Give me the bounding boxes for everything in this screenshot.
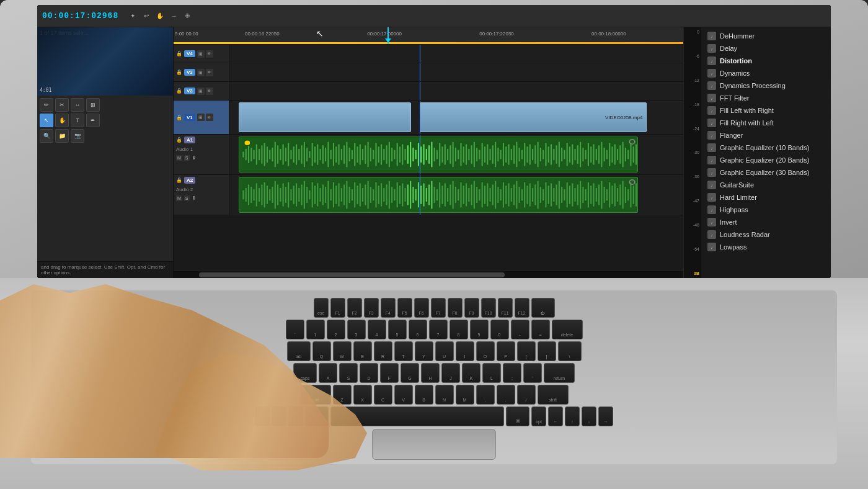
key-f5[interactable]: F5 [397,298,412,318]
key-b[interactable]: B [415,385,433,405]
effect-item-13[interactable]: ♪Hard Limiter [701,191,831,204]
key-7[interactable]: 7 [429,320,448,339]
track-a2-m[interactable]: M [176,195,182,201]
effect-item-15[interactable]: ♪Invert [701,216,831,228]
track-eye-v2[interactable]: 👁 [206,87,213,95]
track-content-v1[interactable]: VIDEO0258.mp4 [229,101,683,134]
key-f12[interactable]: F12 [515,298,529,318]
key-bracket-left[interactable]: [ [517,341,536,361]
effect-item-12[interactable]: ♪GuitarSuite [701,179,831,191]
key-backtick[interactable]: ` [286,320,304,339]
key-f11[interactable]: F11 [498,298,513,318]
key-j[interactable]: J [441,363,460,383]
key-f9[interactable]: F9 [464,298,479,318]
key-6[interactable]: 6 [409,320,427,339]
tool-folder[interactable]: 📁 [55,129,69,143]
effect-item-3[interactable]: ♪Dynamics [701,67,831,79]
key-k[interactable]: K [462,363,480,383]
key-return[interactable]: return [544,363,575,383]
effect-item-16[interactable]: ♪Loudness Radar [701,228,831,241]
track-eye-v4[interactable]: 👁 [206,50,213,58]
key-arrow-down[interactable]: ↓ [582,406,596,426]
effect-item-7[interactable]: ♪Fill Right with Left [701,117,831,129]
key-8[interactable]: 8 [450,320,468,339]
key-arrow-left[interactable]: ← [548,406,563,426]
key-tab[interactable]: tab [287,341,311,361]
effect-item-0[interactable]: ♪DeHummer [701,30,831,42]
key-l[interactable]: L [482,363,501,383]
tool-camera[interactable]: 📷 [71,129,84,143]
key-f8[interactable]: F8 [448,298,463,318]
effect-item-14[interactable]: ♪Highpass [701,204,831,216]
tool-move[interactable]: ↔ [71,98,84,112]
key-a[interactable]: A [319,363,337,383]
track-camera-v2[interactable]: ▣ [197,87,205,95]
tool-search[interactable]: 🔍 [40,129,53,143]
tool-add-icon[interactable]: ✙ [182,11,193,22]
effect-item-5[interactable]: ♪FFT Filter [701,92,831,104]
key-m[interactable]: M [456,385,474,405]
track-eye-v1[interactable]: 👁 [206,114,213,121]
key-0[interactable]: 0 [490,320,509,339]
effect-item-2[interactable]: ♪Distortion [701,55,831,67]
tool-pencil[interactable]: ✏ [40,98,53,112]
key-c[interactable]: C [374,385,392,405]
track-content-a1[interactable] [229,135,683,174]
key-d[interactable]: D [360,363,378,383]
effect-item-8[interactable]: ♪Flanger [701,129,831,141]
key-q[interactable]: Q [312,341,331,361]
key-x[interactable]: X [353,385,372,405]
key-f3[interactable]: F3 [364,298,379,318]
track-eye-v3[interactable]: 👁 [206,69,213,76]
timeline-scrollbar[interactable] [174,271,683,278]
effect-item-6[interactable]: ♪Fill Left with Right [701,104,831,117]
tool-zoom[interactable]: ⊞ [86,98,100,112]
key-f1[interactable]: F1 [330,298,345,318]
key-3[interactable]: 3 [347,320,366,339]
key-f7[interactable]: F7 [431,298,446,318]
key-power[interactable]: ⏻ [531,298,555,318]
key-slash[interactable]: / [517,385,536,405]
key-r[interactable]: R [374,341,392,361]
key-f10[interactable]: F10 [481,298,496,318]
key-f[interactable]: F [380,363,399,383]
tool-select-icon[interactable]: ✦ [127,11,138,22]
key-5[interactable]: 5 [388,320,407,339]
key-9[interactable]: 9 [470,320,489,339]
video-clip-left[interactable] [239,102,411,132]
track-a2-mic[interactable]: 🎙 [192,195,197,201]
key-t[interactable]: T [394,341,413,361]
tool-hand[interactable]: ✋ [55,114,69,127]
track-a1-m[interactable]: M [176,155,182,161]
scrollbar-thumb[interactable] [199,272,505,277]
touchpad[interactable] [372,429,496,460]
key-bracket-right[interactable]: ] [538,341,556,361]
key-n[interactable]: N [435,385,454,405]
key-minus[interactable]: - [511,320,529,339]
effect-item-17[interactable]: ♪Lowpass [701,241,831,253]
key-h[interactable]: H [421,363,440,383]
audio-clip-a2[interactable] [239,177,638,213]
key-p[interactable]: P [497,341,515,361]
key-s[interactable]: S [339,363,358,383]
effect-item-9[interactable]: ♪Graphic Equalizer (10 Bands) [701,141,831,154]
tool-scissors[interactable]: ✂ [55,98,69,112]
track-a1-s[interactable]: S [184,155,190,161]
key-u[interactable]: U [435,341,454,361]
key-arrow-right[interactable]: → [598,406,613,426]
key-arrow-up[interactable]: ↑ [565,406,580,426]
effect-item-11[interactable]: ♪Graphic Equalizer (30 Bands) [701,166,831,179]
key-f2[interactable]: F2 [347,298,362,318]
key-4[interactable]: 4 [368,320,386,339]
key-v[interactable]: V [394,385,413,405]
track-camera-v4[interactable]: ▣ [197,50,205,58]
effect-item-1[interactable]: ♪Delay [701,42,831,55]
key-i[interactable]: I [456,341,474,361]
track-a1-mic[interactable]: 🎙 [192,155,197,161]
key-w[interactable]: W [333,341,352,361]
video-clip-right[interactable]: VIDEO0258.mp4 [420,102,647,132]
track-camera-v3[interactable]: ▣ [197,69,205,76]
key-quote[interactable]: ' [523,363,542,383]
key-backslash[interactable]: \ [558,341,582,361]
key-g[interactable]: G [401,363,419,383]
